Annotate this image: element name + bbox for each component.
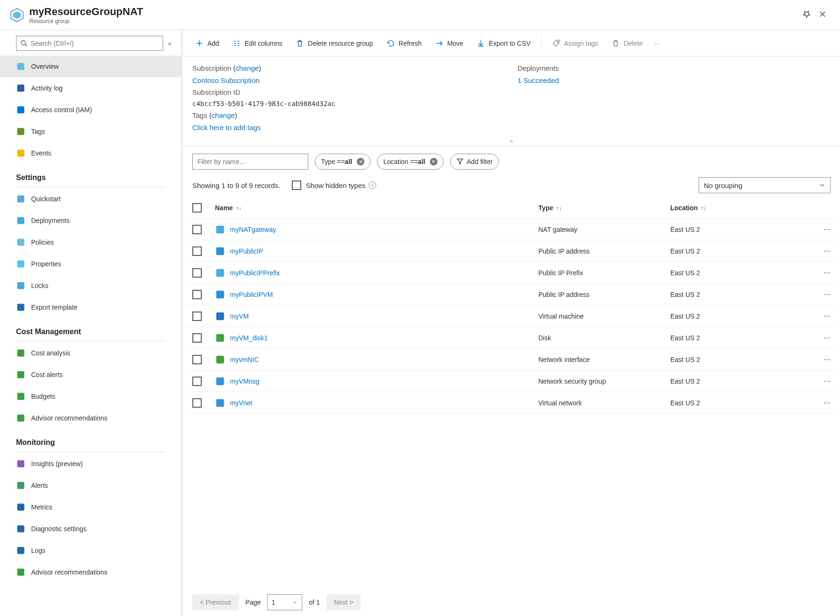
cloud-icon (16, 413, 25, 423)
prev-page-button[interactable]: < Previous (192, 594, 239, 610)
resource-location: East US 2 (670, 269, 802, 277)
sidebar-item-label: Cost analysis (31, 349, 70, 357)
resource-link[interactable]: myVM (230, 312, 249, 320)
sidebar-item-insights-preview-[interactable]: Insights (preview) (0, 453, 181, 475)
sidebar-collapse-button[interactable]: « (168, 40, 172, 47)
pin-button[interactable] (799, 6, 815, 24)
add-filter-button[interactable]: Add filter (450, 154, 499, 170)
close-button[interactable] (815, 6, 831, 24)
subscription-name-link[interactable]: Contoso Subscription (192, 74, 518, 87)
sidebar-item-access-control-iam-[interactable]: Access control (IAM) (0, 99, 181, 121)
sidebar-item-budgets[interactable]: Budgets (0, 386, 181, 407)
row-more-button[interactable]: ··· (802, 268, 831, 278)
row-checkbox[interactable] (192, 398, 202, 408)
resource-link[interactable]: myvmNIC (230, 356, 259, 363)
resource-link[interactable]: myPublicIP (230, 247, 263, 255)
refresh-button[interactable]: Refresh (381, 35, 428, 51)
sidebar-item-tags[interactable]: Tags (0, 121, 181, 142)
move-button[interactable]: Move (429, 35, 469, 51)
row-more-button[interactable]: ··· (802, 333, 831, 343)
row-checkbox[interactable] (192, 355, 202, 364)
download-icon (477, 39, 485, 48)
resource-link[interactable]: myNATgateway (230, 226, 276, 233)
sidebar-item-cost-analysis[interactable]: Cost analysis (0, 342, 181, 364)
sidebar-item-advisor-recommendations[interactable]: Advisor recommendations (0, 561, 181, 583)
row-checkbox[interactable] (192, 312, 202, 321)
show-hidden-checkbox[interactable] (292, 181, 301, 190)
add-button[interactable]: Add (189, 35, 225, 51)
chevron-down-icon (292, 600, 298, 605)
resource-link[interactable]: myVM_disk1 (230, 334, 268, 342)
row-more-button[interactable]: ··· (802, 376, 831, 386)
filter-location-pill[interactable]: Location == all✕ (377, 154, 444, 170)
row-more-button[interactable]: ··· (802, 354, 831, 364)
row-more-button[interactable]: ··· (802, 398, 831, 408)
sidebar-search-input[interactable] (31, 40, 159, 47)
sidebar-item-logs[interactable]: Logs (0, 540, 181, 561)
sidebar-search[interactable] (16, 36, 163, 51)
page-of-label: of 1 (309, 599, 320, 606)
filter-name-input[interactable] (192, 154, 308, 170)
deployments-link[interactable]: 1 Succeeded (518, 74, 831, 87)
resource-location: East US 2 (670, 334, 802, 342)
row-more-button[interactable]: ··· (802, 289, 831, 299)
table-row: myVM Virtual machine East US 2 ··· (187, 305, 836, 327)
svg-rect-17 (17, 350, 25, 357)
sidebar-item-label: Logs (31, 547, 45, 554)
row-more-button[interactable]: ··· (802, 311, 831, 321)
resource-link[interactable]: myPublicIPPrefix (230, 269, 280, 277)
delete-button[interactable]: Delete (606, 35, 648, 51)
row-checkbox[interactable] (192, 246, 202, 256)
row-more-button[interactable]: ··· (802, 246, 831, 256)
essentials-collapse[interactable] (183, 136, 840, 146)
sidebar-item-diagnostic-settings[interactable]: Diagnostic settings (0, 518, 181, 540)
clear-location-icon[interactable]: ✕ (430, 158, 437, 165)
resource-link[interactable]: myVnet (230, 399, 252, 407)
select-all-checkbox[interactable] (192, 203, 202, 213)
sidebar-item-deployments[interactable]: Deployments (0, 210, 181, 231)
col-location[interactable]: Location↑↓ (670, 204, 802, 212)
sidebar-item-cost-alerts[interactable]: Cost alerts (0, 364, 181, 386)
edit-columns-button[interactable]: Edit columns (227, 35, 288, 51)
subscription-change-link[interactable]: change (236, 64, 259, 72)
sidebar-item-advisor-recommendations[interactable]: Advisor recommendations (0, 407, 181, 429)
sidebar-item-properties[interactable]: Properties (0, 253, 181, 275)
sidebar-item-events[interactable]: Events (0, 142, 181, 164)
grouping-select[interactable]: No grouping (699, 177, 831, 193)
toolbar-more-button[interactable]: ··· (650, 36, 663, 50)
sidebar-item-alerts[interactable]: Alerts (0, 475, 181, 496)
filter-icon (456, 157, 464, 166)
export-csv-button[interactable]: Export to CSV (471, 35, 536, 51)
row-more-button[interactable]: ··· (802, 224, 831, 234)
row-checkbox[interactable] (192, 290, 202, 299)
row-checkbox[interactable] (192, 225, 202, 234)
col-type[interactable]: Type↑↓ (538, 204, 670, 212)
sidebar-item-policies[interactable]: Policies (0, 231, 181, 253)
row-checkbox[interactable] (192, 268, 202, 278)
filter-type-pill[interactable]: Type == all✕ (315, 154, 371, 170)
tags-add-link[interactable]: Click here to add tags (192, 123, 261, 131)
resource-location: East US 2 (670, 247, 802, 255)
sidebar-item-overview[interactable]: Overview (0, 56, 181, 77)
next-page-button[interactable]: Next > (327, 594, 361, 610)
row-checkbox[interactable] (192, 377, 202, 386)
sidebar-item-export-template[interactable]: Export template (0, 296, 181, 318)
resource-link[interactable]: myVMnsg (230, 378, 259, 385)
row-checkbox[interactable] (192, 333, 202, 343)
sidebar-item-label: Properties (31, 260, 61, 268)
sidebar-item-activity-log[interactable]: Activity log (0, 77, 181, 99)
clear-type-icon[interactable]: ✕ (357, 158, 364, 165)
sidebar-item-label: Insights (preview) (31, 460, 83, 468)
page-select[interactable]: 1 (267, 594, 302, 610)
sidebar-item-metrics[interactable]: Metrics (0, 496, 181, 518)
svg-rect-24 (17, 526, 25, 533)
sidebar-item-locks[interactable]: Locks (0, 275, 181, 296)
delete-rg-button[interactable]: Delete resource group (290, 35, 379, 51)
resource-link[interactable]: myPublicIPVM (230, 291, 273, 298)
sidebar-item-quickstart[interactable]: Quickstart (0, 188, 181, 210)
info-icon[interactable]: i (369, 181, 376, 189)
disk-icon (215, 333, 225, 343)
col-name[interactable]: Name↑↓ (215, 204, 538, 212)
tags-change-link[interactable]: change (212, 111, 235, 119)
assign-tags-button[interactable]: Assign tags (546, 35, 604, 51)
